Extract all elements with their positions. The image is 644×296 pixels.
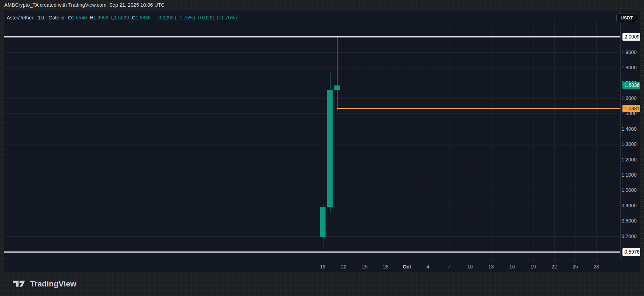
time-axis-tick	[323, 260, 323, 261]
grid-line-horizontal	[4, 52, 620, 53]
grid-line-horizontal	[4, 236, 620, 237]
grid-line-vertical	[596, 20, 597, 260]
time-axis-label: 28	[383, 264, 389, 270]
grid-line-vertical	[365, 20, 365, 260]
legend-high: H1.9959	[90, 15, 108, 20]
grid-line-horizontal	[4, 160, 620, 160]
grid-line-horizontal	[4, 98, 620, 99]
price-tick-label: 1.1000	[621, 171, 640, 178]
time-axis-label: 4	[427, 264, 429, 270]
candle-body[interactable]	[327, 90, 333, 207]
grid-line-horizontal	[4, 221, 620, 221]
grid-line-horizontal	[4, 67, 620, 68]
time-axis-tick	[533, 260, 533, 261]
price-tick-label: 1.8000	[621, 64, 640, 71]
candle-body[interactable]	[334, 85, 340, 90]
currency-toggle-button[interactable]: USDT	[616, 13, 637, 22]
price-tick-label: 0.7000	[621, 233, 640, 240]
legend-change-percent: +0.0281 (+1.70%)	[197, 15, 237, 20]
grid-line-vertical	[491, 20, 491, 260]
time-axis-tick	[365, 260, 365, 261]
price-level-badge: 0.5976	[622, 248, 640, 256]
price-axis[interactable]: 0.70000.80000.90001.00001.10001.20001.30…	[620, 11, 640, 260]
price-tick-label: 0.8000	[621, 217, 640, 224]
plot-area[interactable]	[4, 11, 620, 260]
grid-line-horizontal	[4, 175, 620, 175]
price-tick-label: 1.2000	[621, 156, 640, 163]
grid-line-vertical	[428, 20, 428, 260]
symbol-legend: Aster/Tether · 1D · Gate.io O1.6546 H1.9…	[7, 14, 237, 21]
grid-line-vertical	[554, 20, 555, 260]
time-axis-label: 19	[320, 264, 326, 270]
time-axis-label: 22	[341, 264, 347, 270]
tradingview-logo[interactable]: TradingView	[13, 279, 76, 289]
time-axis-tick	[554, 260, 555, 261]
time-axis-label: 16	[509, 264, 515, 270]
horizontal-ray-drawing[interactable]	[337, 108, 621, 109]
time-axis-tick	[344, 260, 344, 261]
horizontal-line-drawing[interactable]	[4, 36, 620, 37]
time-axis-tick	[491, 260, 491, 261]
symbol-title[interactable]: Aster/Tether · 1D · Gate.io	[7, 15, 64, 20]
time-axis-tick	[575, 260, 576, 261]
grid-line-horizontal	[4, 144, 620, 144]
time-axis-tick	[428, 260, 428, 261]
time-axis-label: 28	[594, 264, 599, 270]
price-tick-label: 1.3000	[621, 141, 640, 148]
grid-line-vertical	[470, 20, 470, 260]
tradingview-screenshot: AMBCrypto_TA created with TradingView.co…	[0, 0, 644, 296]
time-axis-tick	[386, 260, 386, 261]
time-axis-label: 10	[467, 264, 473, 270]
last-price-badge: 1.6836	[622, 82, 640, 89]
horizontal-line-drawing[interactable]	[4, 251, 620, 253]
time-axis-label: 22	[551, 264, 557, 270]
time-axis-label: 19	[530, 264, 536, 270]
price-tick-label: 1.6000	[621, 95, 640, 102]
legend-close: C1.6836	[132, 15, 151, 20]
time-axis-tick	[512, 260, 512, 261]
time-axis[interactable]: 19222528Oct4710131619222528	[4, 260, 640, 272]
price-tick-label: 0.9000	[621, 202, 640, 209]
time-axis-label: 13	[488, 264, 494, 270]
time-axis-label: 25	[572, 264, 578, 270]
grid-line-vertical	[533, 20, 533, 260]
grid-line-horizontal	[4, 129, 620, 129]
ray-price-badge: 1.5331	[622, 105, 640, 112]
time-axis-label: 7	[448, 264, 451, 270]
grid-line-horizontal	[4, 206, 620, 206]
time-axis-tick	[407, 260, 407, 261]
grid-line-vertical	[575, 20, 576, 260]
time-axis-tick	[470, 260, 470, 261]
time-axis-label: 25	[362, 264, 368, 270]
grid-line-vertical	[449, 20, 449, 260]
legend-open: O1.6546	[68, 15, 87, 20]
chart-panel: Aster/Tether · 1D · Gate.io O1.6546 H1.9…	[4, 11, 640, 272]
grid-line-vertical	[407, 20, 407, 260]
tradingview-logo-text: TradingView	[30, 279, 76, 289]
price-tick-label: 1.4000	[621, 125, 640, 132]
grid-line-vertical	[512, 20, 512, 260]
grid-line-horizontal	[4, 113, 620, 114]
tradingview-logo-icon	[13, 280, 27, 289]
grid-line-horizontal	[4, 190, 620, 190]
time-axis-tick	[596, 260, 597, 261]
grid-line-vertical	[344, 20, 344, 260]
candle-body[interactable]	[320, 207, 326, 237]
grid-line-vertical	[386, 20, 386, 260]
price-tick-label: 1.0000	[621, 187, 640, 194]
time-axis-label: Oct	[403, 264, 411, 270]
price-level-badge: 2.0009	[622, 33, 640, 41]
price-tick-label: 1.9000	[621, 49, 640, 56]
grid-line-horizontal	[4, 83, 620, 83]
legend-low: L1.5230	[111, 15, 129, 20]
time-axis-tick	[449, 260, 449, 261]
attribution-text: AMBCrypto_TA created with TradingView.co…	[4, 2, 165, 8]
candle-wick	[337, 37, 338, 110]
legend-change-absolute: +0.0290 (+1.75%)	[156, 15, 195, 20]
